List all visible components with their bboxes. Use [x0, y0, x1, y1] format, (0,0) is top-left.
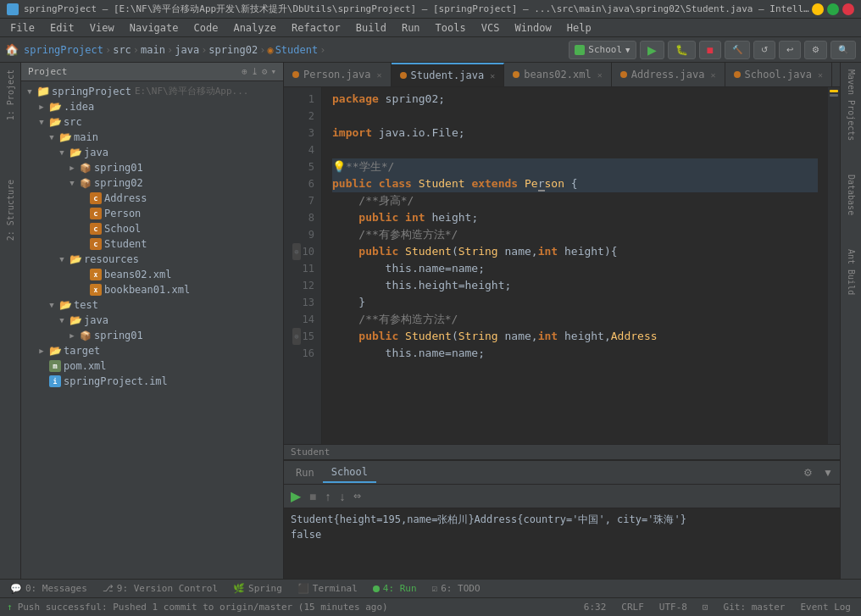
tab-beans02[interactable]: beans02.xml ✕: [504, 63, 612, 86]
bottom-tab-run[interactable]: 4: Run: [366, 581, 424, 596]
run-panel-settings-button[interactable]: ⚙: [800, 465, 816, 480]
tree-item-java-test[interactable]: ▼ 📂 java: [21, 313, 283, 328]
tree-item-main[interactable]: ▼ 📂 main: [21, 130, 283, 145]
tree-item-resources[interactable]: ▼ 📂 resources: [21, 252, 283, 267]
code-editor[interactable]: 123456789⊕1011121314⊕1516 package spring…: [284, 87, 840, 444]
menu-file[interactable]: File: [3, 20, 42, 36]
run-tab-run[interactable]: Run: [287, 463, 323, 482]
undo-button[interactable]: ↩: [779, 41, 801, 59]
menu-vcs[interactable]: VCS: [475, 20, 507, 36]
bottom-tab-spring[interactable]: 🌿 Spring: [226, 581, 289, 596]
breadcrumb-src[interactable]: src: [113, 44, 131, 56]
tree-item-pomxml[interactable]: ▶ m pom.xml: [21, 358, 283, 374]
settings-button[interactable]: ⚙: [804, 41, 827, 59]
menu-navigate[interactable]: Navigate: [123, 20, 186, 36]
line-num-5: 5: [291, 158, 314, 175]
tree-item-java[interactable]: ▼ 📂 java: [21, 145, 283, 160]
tree-item-src[interactable]: ▼ 📂 src: [21, 114, 283, 130]
tree-item-School[interactable]: ▶ c School: [21, 221, 283, 236]
menu-run[interactable]: Run: [395, 20, 427, 36]
run-panel-collapse-button[interactable]: ▼: [819, 465, 836, 480]
breadcrumb-java[interactable]: java: [175, 44, 199, 56]
structure-panel-tab[interactable]: 2: Structure: [4, 176, 17, 244]
project-action-icon-3[interactable]: ⚙: [262, 66, 268, 77]
menu-view[interactable]: View: [83, 20, 121, 36]
tree-item-spring01[interactable]: ▶ 📦 spring01: [21, 160, 283, 175]
project-panel-title: Project: [28, 66, 67, 77]
project-action-icon-4[interactable]: ▾: [270, 66, 276, 77]
status-git-branch[interactable]: Git: master: [720, 602, 789, 613]
bottom-tab-todo[interactable]: ☑ 6: TODO: [425, 581, 487, 596]
menu-build[interactable]: Build: [349, 20, 393, 36]
breadcrumb-project[interactable]: springProject: [24, 44, 103, 56]
breadcrumb-student[interactable]: Student: [275, 44, 319, 56]
status-charset[interactable]: UTF-8: [656, 602, 691, 613]
tree-label-dim-springProject: E:\NF\跨平台移动App...: [135, 85, 248, 97]
run-button[interactable]: ▶: [640, 41, 664, 59]
run-scroll-up-button[interactable]: ↑: [321, 488, 334, 505]
tab-close-school[interactable]: ✕: [818, 70, 823, 80]
menu-edit[interactable]: Edit: [43, 20, 81, 36]
tree-item-Address[interactable]: ▶ c Address: [21, 191, 283, 206]
project-action-icon-2[interactable]: ⤓: [251, 66, 258, 77]
tab-person[interactable]: Person.java ✕: [284, 63, 392, 86]
tree-item-Student[interactable]: ▶ c Student: [21, 236, 283, 252]
search-button[interactable]: 🔍: [830, 41, 856, 59]
tree-item-bookbean01xml[interactable]: ▶ x bookbean01.xml: [21, 282, 283, 297]
menu-refactor[interactable]: Refactor: [285, 20, 347, 36]
menu-window[interactable]: Window: [508, 20, 558, 36]
menu-analyze[interactable]: Analyze: [226, 20, 283, 36]
run-wrap-button[interactable]: ⇔: [350, 489, 364, 503]
maximize-button[interactable]: [827, 3, 839, 15]
stop-button[interactable]: ■: [699, 41, 721, 59]
tree-item-spring02[interactable]: ▼ 📦 spring02: [21, 175, 283, 191]
rerun-button[interactable]: ↺: [753, 41, 775, 59]
tree-item-beans02xml[interactable]: ▶ x beans02.xml: [21, 267, 283, 282]
menu-tools[interactable]: Tools: [429, 20, 473, 36]
project-action-icon-1[interactable]: ⊕: [242, 66, 247, 77]
folder-icon-springProject: 📁: [37, 86, 49, 97]
minimize-button[interactable]: [812, 3, 824, 15]
breadcrumb-spring02[interactable]: spring02: [208, 44, 258, 56]
run-scroll-down-button[interactable]: ↓: [336, 488, 348, 505]
tree-item-idea[interactable]: ▶ 📂 .idea: [21, 99, 283, 114]
debug-button[interactable]: 🐛: [668, 41, 696, 59]
tab-school[interactable]: School.java ✕: [725, 63, 833, 86]
bottom-tab-messages[interactable]: 💬 0: Messages: [3, 581, 94, 596]
status-bar: ↑ Push successful: Pushed 1 commit to or…: [0, 597, 861, 616]
tab-student[interactable]: Student.java ✕: [392, 63, 505, 86]
bottom-tab-terminal[interactable]: ⬛ Terminal: [291, 581, 364, 596]
menu-help[interactable]: Help: [560, 20, 598, 36]
project-panel-tab[interactable]: 1: Project: [4, 66, 17, 124]
tab-close-person[interactable]: ✕: [376, 70, 381, 80]
tab-address[interactable]: Address.java ✕: [612, 63, 725, 86]
tab-close-beans02[interactable]: ✕: [597, 70, 603, 80]
tree-item-target[interactable]: ▶ 📂 target: [21, 343, 283, 358]
close-button[interactable]: [842, 3, 854, 15]
tab-close-address[interactable]: ✕: [710, 70, 715, 80]
maven-panel-tab[interactable]: Maven Projects: [845, 66, 858, 144]
database-panel-tab[interactable]: Database: [845, 171, 858, 219]
run-stop-button[interactable]: ■: [306, 488, 319, 505]
breadcrumb-main[interactable]: main: [141, 44, 165, 56]
tree-item-spring01-test[interactable]: ▶ 📦 spring01: [21, 328, 283, 343]
run-config-dropdown[interactable]: School ▼: [569, 41, 636, 59]
bottom-tab-version-control[interactable]: ⎇ 9: Version Control: [96, 581, 225, 596]
ant-panel-tab[interactable]: Ant Build: [845, 246, 858, 298]
build-button[interactable]: 🔨: [725, 41, 750, 59]
tree-item-springProject[interactable]: ▼ 📁 springProject E:\NF\跨平台移动App...: [21, 83, 283, 99]
tree-item-test[interactable]: ▼ 📂 test: [21, 297, 283, 313]
tree-item-Person[interactable]: ▶ c Person: [21, 206, 283, 221]
run-rerun-button[interactable]: ▶: [287, 486, 304, 506]
event-log[interactable]: Event Log: [797, 602, 854, 613]
iml-icon-springProject: i: [49, 375, 61, 387]
tab-close-student[interactable]: ✕: [490, 71, 495, 80]
class-icon-Person: c: [90, 208, 102, 219]
code-content[interactable]: package spring02; import java.io.File; 💡…: [322, 87, 828, 444]
tree-item-springProjectiml[interactable]: ▶ i springProject.iml: [21, 374, 283, 389]
run-tab-school[interactable]: School: [323, 463, 376, 483]
status-indent[interactable]: ⊡: [699, 602, 712, 613]
menu-code[interactable]: Code: [187, 20, 225, 36]
status-crlf[interactable]: CRLF: [618, 602, 647, 613]
status-position[interactable]: 6:32: [580, 602, 610, 613]
